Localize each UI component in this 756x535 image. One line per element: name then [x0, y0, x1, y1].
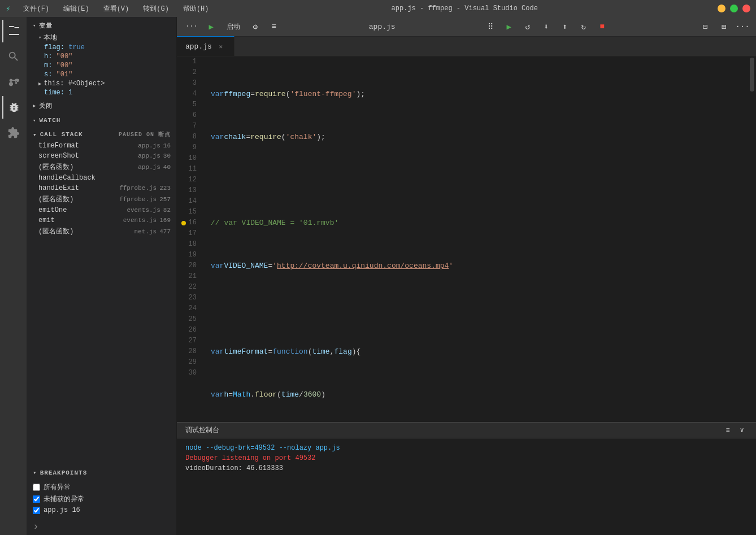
line-21: 21 — [177, 271, 197, 282]
debug-stepinto-btn[interactable]: ⬆ — [557, 19, 573, 34]
console-output: node --debug-brk=49532 --nolazy app.js D… — [177, 438, 756, 535]
toolbar-continue[interactable]: ▶ — [203, 19, 219, 34]
callstack-label: CALL STACK — [40, 131, 83, 138]
watch-section-header[interactable]: ▾ WATCH — [27, 112, 176, 126]
callstack-item-4[interactable]: handleExit ffprobe.js223 — [27, 183, 176, 193]
line-6: 6 — [177, 110, 197, 121]
menu-help[interactable]: 帮助(H) — [180, 3, 212, 15]
toolbar-more[interactable]: ≡ — [266, 19, 282, 34]
breakpoints-section-header[interactable]: ▾ BREAKPOINTS — [27, 464, 176, 479]
callstack-item-5[interactable]: (匿名函数) ffprobe.js257 — [27, 193, 176, 205]
close-button[interactable]: ✕ — [742, 5, 750, 12]
line-23: 23 — [177, 293, 197, 303]
sidebar-more-button[interactable]: › — [27, 518, 176, 535]
callstack-item-0[interactable]: timeFormat app.js16 — [27, 141, 176, 151]
console-line-2: Debugger listening on port 49532 — [185, 453, 748, 463]
watch-arrow: ▾ — [33, 118, 36, 124]
console-filter-btn[interactable]: ≡ — [722, 425, 733, 436]
minimize-button[interactable]: — — [718, 5, 725, 12]
console-clear-btn[interactable]: ∨ — [736, 425, 748, 436]
line-13: 13 — [177, 185, 197, 196]
activity-extensions[interactable] — [2, 121, 25, 144]
this-group[interactable]: ▶ this: #<Object> — [27, 79, 176, 88]
close-section-header[interactable]: ▶ 关闭 — [27, 97, 176, 112]
editor-area: ··· ▶ 启动 ⚙ ≡ app.js ⠿ ▶ ↺ ⬇ ⬆ ↻ ■ ⊟ ⊞ ··… — [177, 17, 756, 535]
tab-bar: app.js ✕ — [177, 37, 756, 56]
code-content[interactable]: var ffmpeg = require('fluent-ffmpeg'); v… — [205, 56, 756, 422]
debug-stepover-btn[interactable]: ⬇ — [538, 19, 554, 34]
callstack-item-1[interactable]: screenShot app.js30 — [27, 151, 176, 161]
line-9: 9 — [177, 142, 197, 153]
bp-checkbox-0[interactable] — [33, 484, 40, 491]
maximize-button[interactable]: □ — [730, 5, 738, 12]
breakpoints-list: 所有异常 未捕获的异常 app.js 16 — [27, 479, 176, 518]
tab-close-appjs[interactable]: ✕ — [216, 42, 225, 51]
debug-restart-btn[interactable]: ↺ — [520, 19, 536, 34]
line-27: 27 — [177, 336, 197, 346]
console-label[interactable]: 调试控制台 — [185, 425, 219, 435]
callstack-section-header[interactable]: ▾ CALL STACK PAUSED ON 断点 — [27, 126, 176, 141]
local-arrow: ▾ — [38, 34, 41, 41]
line-15: 15 — [177, 207, 197, 218]
menu-file[interactable]: 文件(F) — [20, 3, 52, 15]
toolbar-layout[interactable]: ⊞ — [716, 19, 732, 34]
line-10: 10 — [177, 153, 197, 164]
activity-search[interactable] — [2, 45, 25, 68]
toolbar-dots[interactable]: ··· — [183, 23, 201, 31]
activity-debug[interactable] — [2, 96, 25, 119]
bp-checkbox-1[interactable] — [33, 495, 40, 503]
menu-view[interactable]: 查看(V) — [101, 3, 132, 15]
code-line-2: var chalk = require('chalk'); — [205, 132, 756, 142]
window-controls: — □ ✕ — [718, 5, 750, 12]
toolbar-split[interactable]: ⊟ — [697, 19, 713, 34]
line-numbers: 1 2 3 4 5 6 7 8 9 10 11 12 13 14 15 16 1… — [177, 56, 205, 422]
activity-explorer[interactable] — [2, 20, 25, 42]
bp-arrow: ▾ — [33, 469, 37, 476]
line-28: 28 — [177, 346, 197, 357]
callstack-item-7[interactable]: emit events.js169 — [27, 215, 176, 225]
titlebar: ⚡ 文件(F) 编辑(E) 查看(V) 转到(G) 帮助(H) app.js -… — [0, 0, 756, 17]
this-label: this: #<Object> — [44, 80, 105, 88]
toolbar-settings[interactable]: ⚙ — [247, 19, 263, 34]
callstack-item-6[interactable]: emitOne events.js82 — [27, 205, 176, 215]
code-line-3 — [205, 175, 756, 185]
close-arrow: ▶ — [33, 103, 36, 109]
debug-continue-btn[interactable]: ▶ — [501, 19, 517, 34]
editor-scrollbar[interactable] — [748, 56, 756, 422]
code-line-5: var VIDEO_NAME = 'http://covteam.u.qiniu… — [205, 260, 756, 271]
console-line-1: node --debug-brk=49532 --nolazy app.js — [185, 443, 748, 453]
callstack-arrow: ▾ — [33, 131, 37, 138]
line-7: 7 — [177, 121, 197, 132]
bp-checkbox-2[interactable] — [33, 507, 40, 514]
activity-bar — [0, 17, 27, 535]
toolbar-launch[interactable]: 启动 — [222, 19, 245, 34]
debug-stop-btn[interactable]: ■ — [594, 19, 610, 34]
menu-edit[interactable]: 编辑(E) — [60, 3, 92, 15]
breakpoints-label: BREAKPOINTS — [40, 469, 88, 476]
code-line-8: var h = Math.floor(time / 3600) — [205, 389, 756, 400]
callstack-item-3[interactable]: handleCallback — [27, 173, 176, 183]
toolbar-overflow[interactable]: ··· — [735, 19, 750, 34]
app-icon: ⚡ — [6, 4, 10, 14]
variables-section-header[interactable]: ▾ 变量 — [27, 17, 176, 32]
debug-stepout-btn[interactable]: ↻ — [576, 19, 592, 34]
callstack-item-8[interactable]: (匿名函数) net.js477 — [27, 225, 176, 237]
line-8: 8 — [177, 132, 197, 142]
tab-appjs[interactable]: app.js ✕ — [177, 36, 234, 56]
activity-git[interactable] — [2, 71, 25, 93]
debug-grid-icon[interactable]: ⠿ — [483, 19, 498, 34]
this-arrow: ▶ — [38, 81, 41, 87]
var-time: time: 1 — [27, 88, 176, 97]
line-14: 14 — [177, 196, 197, 207]
line-3: 3 — [177, 78, 197, 89]
line-17: 17 — [177, 228, 197, 239]
line-29: 29 — [177, 357, 197, 368]
line-20: 20 — [177, 260, 197, 271]
editor-scroll-thumb[interactable] — [750, 58, 754, 92]
callstack-item-2[interactable]: (匿名函数) app.js40 — [27, 161, 176, 173]
local-label: 本地 — [44, 33, 57, 42]
bp-item-2: app.js 16 — [33, 505, 171, 515]
code-line-7: var timeFormat = function (time,flag) { — [205, 346, 756, 357]
menu-goto[interactable]: 转到(G) — [140, 3, 172, 15]
local-group[interactable]: ▾ 本地 — [27, 32, 176, 43]
